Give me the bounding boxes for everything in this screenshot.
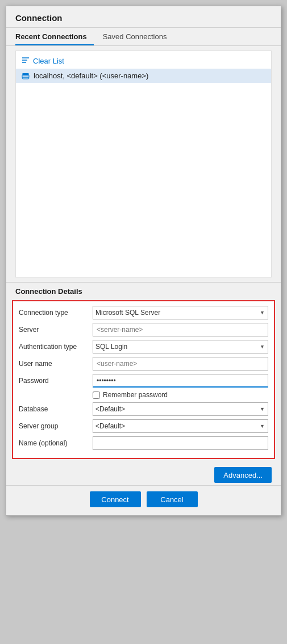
- server-label: Server: [19, 326, 93, 334]
- server-group-select-wrapper: <Default>: [93, 419, 268, 433]
- name-field-wrapper: [93, 436, 268, 450]
- password-row: Password: [19, 374, 268, 388]
- password-input[interactable]: [93, 374, 268, 388]
- connect-button[interactable]: Connect: [90, 491, 141, 507]
- clear-list-button[interactable]: Clear List: [16, 53, 271, 69]
- name-input[interactable]: [93, 436, 268, 450]
- server-input[interactable]: [93, 323, 268, 336]
- advanced-button-row: Advanced...: [6, 464, 281, 485]
- auth-type-select[interactable]: SQL Login: [93, 340, 268, 353]
- bottom-button-row: Connect Cancel: [6, 485, 281, 515]
- database-select[interactable]: <Default>: [93, 402, 268, 416]
- database-icon: [22, 72, 30, 80]
- auth-type-row: Authentication type SQL Login: [19, 340, 268, 353]
- tabs-bar: Recent Connections Saved Connections: [6, 28, 281, 46]
- recent-list-area: Clear List localhost, <default> (<user-n…: [15, 50, 272, 277]
- connection-type-label: Connection type: [19, 309, 93, 317]
- cancel-button[interactable]: Cancel: [147, 491, 198, 507]
- clear-list-icon: [22, 56, 30, 66]
- clear-list-label: Clear List: [33, 57, 64, 65]
- database-label: Database: [19, 405, 93, 413]
- username-input[interactable]: [93, 357, 268, 371]
- tab-saved-connections[interactable]: Saved Connections: [103, 28, 174, 45]
- connection-details-form: Connection type Microsoft SQL Server Ser…: [12, 300, 275, 459]
- connection-type-select-wrapper: Microsoft SQL Server: [93, 306, 268, 319]
- connection-type-row: Connection type Microsoft SQL Server: [19, 306, 268, 319]
- auth-type-select-wrapper: SQL Login: [93, 340, 268, 353]
- connection-type-select[interactable]: Microsoft SQL Server: [93, 306, 268, 319]
- svg-rect-3: [22, 73, 29, 75]
- name-label: Name (optional): [19, 439, 93, 447]
- tab-recent-connections[interactable]: Recent Connections: [15, 28, 94, 45]
- recent-connection-item[interactable]: localhost, <default> (<user-name>): [16, 69, 271, 83]
- username-label: User name: [19, 360, 93, 368]
- password-label: Password: [19, 377, 93, 385]
- server-group-select[interactable]: <Default>: [93, 419, 268, 433]
- database-row: Database <Default>: [19, 402, 268, 416]
- auth-type-label: Authentication type: [19, 343, 93, 351]
- connection-item-label: localhost, <default> (<user-name>): [34, 71, 148, 80]
- dialog-title: Connection: [6, 6, 281, 28]
- password-field-wrapper: [93, 374, 268, 388]
- connection-details-header: Connection Details: [6, 282, 281, 298]
- username-row: User name: [19, 357, 268, 371]
- username-field-wrapper: [93, 357, 268, 371]
- database-select-wrapper: <Default>: [93, 402, 268, 416]
- remember-password-checkbox[interactable]: [93, 392, 100, 399]
- connection-dialog: Connection Recent Connections Saved Conn…: [6, 6, 281, 516]
- svg-rect-5: [22, 77, 29, 79]
- remember-password-label[interactable]: Remember password: [103, 391, 168, 399]
- remember-password-row: Remember password: [19, 391, 268, 399]
- advanced-button[interactable]: Advanced...: [214, 467, 272, 483]
- name-row: Name (optional): [19, 436, 268, 450]
- server-group-row: Server group <Default>: [19, 419, 268, 433]
- server-group-label: Server group: [19, 422, 93, 430]
- server-row: Server: [19, 323, 268, 336]
- server-field-wrapper: [93, 323, 268, 336]
